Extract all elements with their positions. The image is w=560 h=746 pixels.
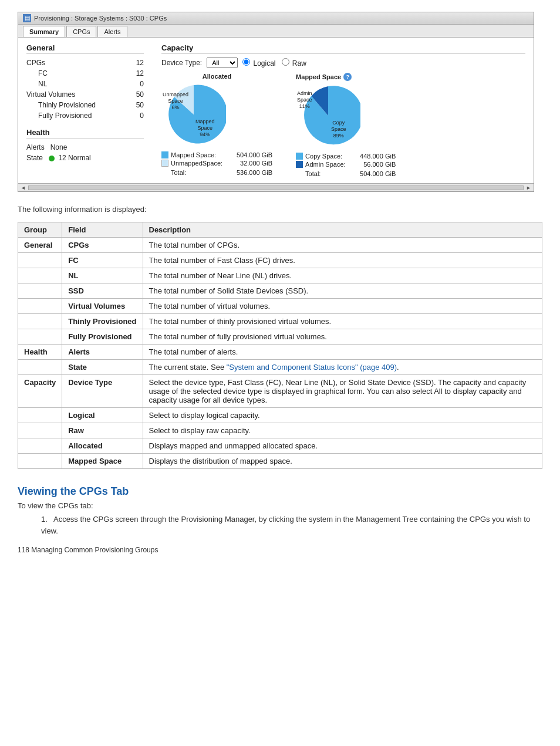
general-section: General CPGs 12 FC 12 NL 0 Virtual Volum… xyxy=(26,43,144,177)
cell-desc-11: Select to display raw capacity. xyxy=(143,423,542,438)
cell-field-2: NL xyxy=(62,268,143,283)
charts-row: Allocated UnmappedSpace6% MappedSpace94% xyxy=(161,73,525,177)
legend-item-mapped: Mapped Space: xyxy=(161,151,216,158)
radio-logical[interactable]: Logical xyxy=(242,58,275,67)
mapped-pie-label-admin: AdminSpace11% xyxy=(297,90,312,109)
device-type-row: Device Type: All FC NL SSD Logical Raw xyxy=(161,58,525,68)
device-type-label: Device Type: xyxy=(161,59,202,67)
page-num: 118 Managing Common Provisioning Groups xyxy=(18,546,542,554)
legend-label-copy: Copy Space: xyxy=(305,153,342,160)
cell-field-1: FC xyxy=(62,253,143,268)
legend-label-mapped: Mapped Space: xyxy=(171,151,216,158)
legend-label-unmapped: UnmappedSpace: xyxy=(171,160,222,167)
scroll-left-arrow[interactable]: ◄ xyxy=(21,185,26,191)
state-label: State xyxy=(26,153,43,163)
scroll-right-arrow[interactable]: ► xyxy=(526,185,531,191)
cell-field-12: Allocated xyxy=(62,438,143,454)
tab-alerts[interactable]: Alerts xyxy=(97,26,127,37)
cell-desc-2: The total number of Near Line (NL) drive… xyxy=(143,268,542,283)
cell-group-0: General xyxy=(18,238,62,253)
cell-group-1 xyxy=(18,253,62,268)
state-value: 12 Normal xyxy=(49,153,91,163)
general-title: General xyxy=(26,43,144,54)
table-row: CapacityDevice TypeSelect the device typ… xyxy=(18,375,542,408)
legend-color-copy xyxy=(296,153,303,160)
table-row: SSDThe total number of Solid State Devic… xyxy=(18,283,542,299)
capacity-title: Capacity xyxy=(161,43,525,54)
alerts-value: None xyxy=(50,142,68,153)
info-text: The following information is displayed: xyxy=(18,205,542,214)
device-type-select[interactable]: All FC NL SSD xyxy=(207,58,238,68)
cell-field-7: Alerts xyxy=(62,345,143,360)
cell-group-10 xyxy=(18,408,62,423)
table-row: RawSelect to display raw capacity. xyxy=(18,423,542,438)
general-row-fc: FC 12 xyxy=(38,68,144,79)
radio-raw[interactable]: Raw xyxy=(282,58,306,67)
fc-value: 12 xyxy=(136,68,144,79)
cell-field-13: Mapped Space xyxy=(62,454,143,469)
general-row-nl: NL 0 xyxy=(38,79,144,89)
general-row-tp: Thinly Provisioned 50 xyxy=(38,100,144,110)
cell-desc-8: The current state. See "System and Compo… xyxy=(143,360,542,375)
cell-group-13 xyxy=(18,454,62,469)
screenshot-panel: ▤ Provisioning : Storage Systems : S030 … xyxy=(18,12,534,192)
legend-value-copy: 448.000 GiB xyxy=(360,153,396,160)
table-row: HealthAlertsThe total number of alerts. xyxy=(18,345,542,360)
mapped-space-pie: AdminSpace11% CopySpace89% xyxy=(296,83,360,148)
table-row: AllocatedDisplays mapped and unmapped al… xyxy=(18,438,542,454)
table-row: LogicalSelect to display logical capacit… xyxy=(18,408,542,423)
legend-item-admin: Admin Space: xyxy=(296,161,345,168)
legend-row-copy: Copy Space: 448.000 GiB xyxy=(296,153,396,160)
state-link[interactable]: "System and Component Status Icons" (pag… xyxy=(227,363,397,372)
cell-group-2 xyxy=(18,268,62,283)
cell-field-10: Logical xyxy=(62,408,143,423)
tp-label: Thinly Provisioned xyxy=(38,100,96,110)
table-row: Virtual VolumesThe total number of virtu… xyxy=(18,299,542,314)
tab-cpgs[interactable]: CPGs xyxy=(66,26,96,37)
legend-row-unmapped: UnmappedSpace: 32.000 GiB xyxy=(161,160,272,167)
table-row: Fully ProvisionedThe total number of ful… xyxy=(18,329,542,345)
cell-field-6: Fully Provisioned xyxy=(62,329,143,345)
legend-row-admin: Admin Space: 56.000 GiB xyxy=(296,161,396,168)
cell-group-8 xyxy=(18,360,62,375)
col-field: Field xyxy=(62,222,143,238)
cell-group-6 xyxy=(18,329,62,345)
sub-text: To view the CPGs tab: xyxy=(18,501,542,510)
tab-summary[interactable]: Summary xyxy=(23,26,65,37)
vv-value: 50 xyxy=(136,89,144,100)
numbered-item-1: 1. Access the CPGs screen through the Pr… xyxy=(41,514,542,536)
nl-value: 0 xyxy=(140,79,144,89)
mapped-space-label: Mapped Space ? xyxy=(296,73,396,81)
table-row: Thinly ProvisionedThe total number of th… xyxy=(18,314,542,329)
cell-group-9: Capacity xyxy=(18,375,62,408)
cpgs-label: CPGs xyxy=(26,58,45,68)
cell-desc-7: The total number of alerts. xyxy=(143,345,542,360)
legend-value-mapped: 504.000 GiB xyxy=(237,151,272,158)
allocated-total-label: Total: xyxy=(171,169,186,176)
cell-field-9: Device Type xyxy=(62,375,143,408)
vv-label: Virtual Volumes xyxy=(26,89,75,100)
legend-color-admin xyxy=(296,161,303,168)
section-heading: Viewing the CPGs Tab xyxy=(18,485,542,498)
mapped-space-chart-block: Mapped Space ? AdminSpace11% CopySpace89… xyxy=(296,73,396,177)
cell-field-4: Virtual Volumes xyxy=(62,299,143,314)
nl-label: NL xyxy=(38,79,47,89)
table-row: StateThe current state. See "System and … xyxy=(18,360,542,375)
table-row: GeneralCPGsThe total number of CPGs. xyxy=(18,238,542,253)
general-row-vv: Virtual Volumes 50 xyxy=(26,89,144,100)
scrollbar-track[interactable] xyxy=(28,185,524,190)
fp-label: Fully Provisioned xyxy=(38,110,92,121)
tp-value: 50 xyxy=(136,100,144,110)
alerts-label: Alerts xyxy=(26,142,45,153)
cell-field-3: SSD xyxy=(62,283,143,299)
mapped-legend: Copy Space: 448.000 GiB Admin Space: 56.… xyxy=(296,153,396,177)
panel-icon: ▤ xyxy=(23,14,31,22)
allocated-total-value: 536.000 GiB xyxy=(237,169,272,176)
cell-desc-0: The total number of CPGs. xyxy=(143,238,542,253)
general-row-cpgs: CPGs 12 xyxy=(26,58,144,68)
cell-desc-13: Displays the distribution of mapped spac… xyxy=(143,454,542,469)
table-row: NLThe total number of Near Line (NL) dri… xyxy=(18,268,542,283)
mapped-total-label: Total: xyxy=(305,170,321,177)
alloc-pie-label-unmapped: UnmappedSpace6% xyxy=(163,92,188,110)
mapped-info-icon[interactable]: ? xyxy=(343,73,352,81)
